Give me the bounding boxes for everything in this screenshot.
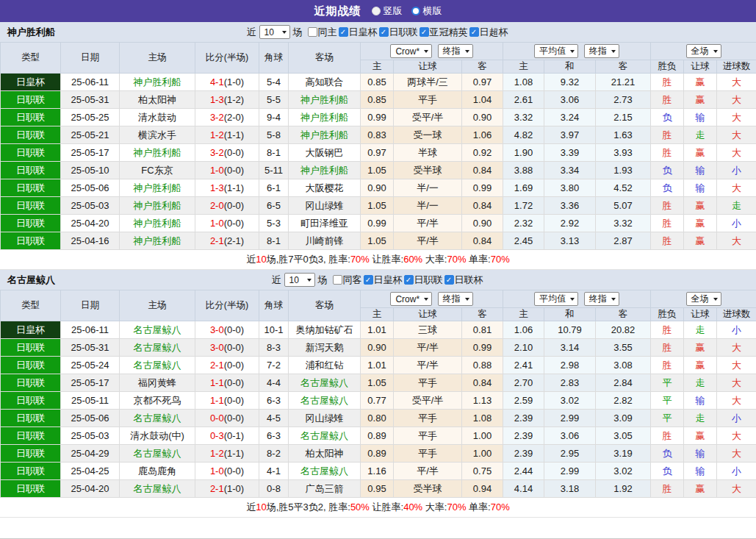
crow-home-odds: 1.05 — [361, 374, 394, 392]
bookmaker-select[interactable]: Crow* — [390, 292, 432, 306]
final-odds-select-crow[interactable]: 终指 — [438, 44, 473, 58]
avg-draw-odds: 3.14 — [544, 339, 596, 357]
bookmaker-select[interactable]: Crow* — [390, 44, 432, 58]
checked-checkbox-icon[interactable] — [404, 275, 414, 285]
filter-日超杯[interactable]: 日超杯 — [469, 26, 508, 39]
checked-checkbox-icon[interactable] — [420, 27, 429, 37]
away-team-name: 名古屋鲸八 — [300, 395, 348, 406]
layout-radio[interactable]: 横版 — [411, 4, 442, 18]
unchecked-checkbox-icon[interactable] — [333, 275, 342, 285]
filter-亚冠精英[interactable]: 亚冠精英 — [420, 26, 468, 39]
scope-select[interactable]: 全场 — [686, 44, 721, 58]
corner-cell: 6-3 — [259, 392, 289, 410]
radio-icon[interactable] — [411, 7, 420, 15]
checked-checkbox-icon[interactable] — [364, 275, 373, 285]
match-count-select[interactable]: 10 — [284, 273, 315, 287]
col-avg-home: 主 — [503, 308, 544, 321]
home-team: 京都不死鸟 — [120, 392, 195, 410]
checked-checkbox-icon[interactable] — [339, 27, 348, 37]
avg-draw-odds: 3.39 — [544, 144, 596, 162]
avg-draw-odds: 3.97 — [544, 126, 596, 144]
fulltime-score: 3-2 — [210, 147, 224, 158]
final-odds-select-avg[interactable]: 终指 — [584, 44, 619, 58]
summary-segment: 场,胜7平0负3, 胜率: — [267, 254, 350, 265]
avg-home-odds: 1.69 — [503, 179, 544, 197]
handicap-line: 三球 — [394, 321, 462, 339]
result-handicap: 赢 — [684, 74, 717, 91]
score-cell: 1-0(0-0) — [195, 215, 259, 232]
avg-draw-odds: 2.92 — [544, 215, 596, 232]
score-cell: 2-0(0-0) — [195, 197, 259, 215]
filter-日皇杯[interactable]: 日皇杯 — [364, 274, 403, 287]
filter-checkboxes: 同主日皇杯日职联亚冠精英日超杯 — [308, 26, 510, 39]
result-goals: 小 — [717, 321, 756, 339]
corner-cell: 10-1 — [259, 321, 289, 339]
result-goals: 小 — [717, 410, 756, 427]
crow-home-odds: 0.85 — [361, 74, 394, 91]
away-team-name: 神户胜利船 — [300, 129, 348, 140]
match-type-cell: 日职联 — [1, 126, 61, 144]
match-date: 25-05-17 — [61, 374, 120, 392]
layout-radio[interactable]: 竖版 — [372, 4, 403, 18]
checked-checkbox-icon[interactable] — [469, 27, 479, 37]
crow-home-odds: 0.89 — [361, 445, 394, 463]
checked-checkbox-icon[interactable] — [379, 27, 389, 37]
result-handicap: 赢 — [684, 480, 717, 498]
filter-日联杯[interactable]: 日联杯 — [444, 274, 483, 287]
match-type-cell: 日职联 — [1, 91, 61, 109]
scope-select[interactable]: 全场 — [686, 292, 721, 306]
crow-away-odds: 0.90 — [462, 215, 503, 232]
result-goals: 大 — [717, 374, 756, 392]
average-select[interactable]: 平均值 — [534, 44, 578, 58]
match-count-select[interactable]: 10 — [259, 25, 290, 39]
away-team-name: 浦和红钻 — [306, 360, 344, 371]
page: 近期战绩 竖版横版 神户胜利船 近 10 场 同主日皇杯日职联亚冠精英日超杯 类… — [0, 0, 756, 539]
halftime-score: (1-1) — [224, 182, 244, 193]
bookmaker-value: Crow* — [395, 294, 420, 304]
crow-away-odds: 1.04 — [462, 91, 503, 109]
handicap-line: 平手 — [394, 445, 462, 463]
crow-home-odds: 0.77 — [361, 392, 394, 410]
halftime-score: (0-0) — [224, 147, 244, 158]
avg-away-odds: 3.55 — [596, 339, 651, 357]
avg-draw-odds: 3.24 — [544, 109, 596, 126]
home-team-name: 神户胜利船 — [134, 200, 181, 211]
halftime-score: (2-0) — [224, 112, 244, 123]
match-date: 25-05-31 — [61, 91, 120, 109]
avg-draw-odds: 2.95 — [544, 445, 596, 463]
handicap-line: 平/半 — [394, 339, 462, 357]
result-goals: 小 — [717, 463, 756, 480]
match-row: 日职联 25-04-29 名古屋鲸八 1-2(1-1) 8-2 柏太阳神 0.8… — [1, 445, 756, 463]
home-team-name: 名古屋鲸八 — [134, 483, 181, 494]
result-goals: 大 — [717, 144, 756, 162]
fulltime-score: 4-1 — [210, 76, 224, 88]
final-odds-select-crow[interactable]: 终指 — [438, 292, 473, 306]
home-team-name: 神户胜利船 — [134, 182, 181, 193]
result-wdl: 负 — [651, 445, 684, 463]
home-team-name: 京都不死鸟 — [134, 395, 181, 406]
crow-away-odds: 0.90 — [462, 109, 503, 126]
result-goals: 大 — [717, 91, 756, 109]
unchecked-checkbox-icon[interactable] — [308, 27, 317, 37]
home-team-name: 神户胜利船 — [134, 147, 181, 158]
col-type: 类型 — [1, 43, 61, 74]
avg-home-odds: 2.45 — [503, 232, 544, 250]
filter-日职联[interactable]: 日职联 — [379, 26, 418, 39]
summary-segment: 近 — [246, 501, 256, 513]
bookmaker-value: Crow* — [395, 46, 420, 57]
crow-home-odds: 0.95 — [361, 480, 394, 498]
col-handicap: 让球 — [394, 60, 462, 74]
team-name: 神户胜利船 — [7, 26, 55, 39]
filter-同客[interactable]: 同客 — [333, 274, 362, 287]
filter-日职联[interactable]: 日职联 — [404, 274, 443, 287]
filter-同主[interactable]: 同主 — [308, 26, 337, 39]
radio-icon[interactable] — [372, 7, 381, 15]
home-team: 名古屋鲸八 — [120, 445, 195, 463]
col-corner: 角球 — [259, 290, 289, 321]
result-wdl: 平 — [651, 374, 684, 392]
checked-checkbox-icon[interactable] — [444, 275, 454, 285]
filter-日皇杯[interactable]: 日皇杯 — [339, 26, 378, 39]
final-odds-select-avg[interactable]: 终指 — [584, 292, 619, 306]
results-table: 类型 日期 主场 比分(半场) 角球 客场 Crow* 终指 平均值 终指 — [0, 42, 756, 250]
average-select[interactable]: 平均值 — [534, 292, 578, 306]
